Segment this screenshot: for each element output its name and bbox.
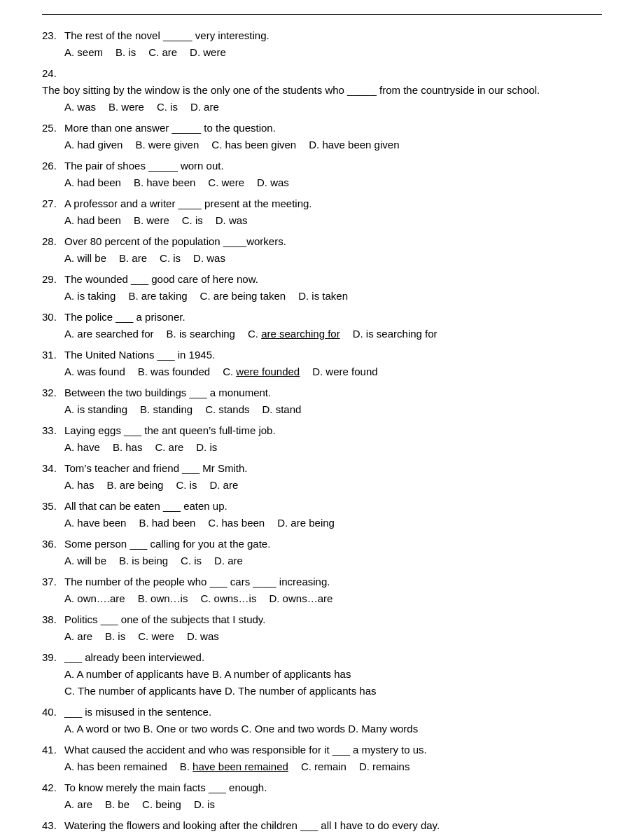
question-text: Politics ___ one of the subjects that I … [64,611,602,628]
option-item-2: C. owns…is [200,590,256,607]
option-item-0: A. have [64,439,100,456]
option-item-3: D. is [196,439,217,456]
option-item-3: D. remains [359,758,410,775]
option-item-0: A. are [64,628,92,645]
options-line: A. seemB. isC. areD. were [42,44,602,61]
question-block-16: 38.Politics ___ one of the subjects that… [42,611,602,645]
option-item-0: A. own….are [64,590,125,607]
option-item-3: D. was [257,174,289,191]
options-line: A. was foundB. was foundedC. were founde… [42,363,602,380]
question-line: 25.More than one answer _____ to the que… [42,120,602,137]
options-line: A. will beB. areC. isD. was [42,250,602,267]
question-line: 42.To know merely the main facts ___ eno… [42,779,602,796]
question-number: 23. [42,27,64,44]
option-item-2: C. stands [205,401,249,418]
question-line: 38.Politics ___ one of the subjects that… [42,611,602,628]
option-item-2: C. is [181,552,202,569]
option-item-3: D. is [194,796,215,813]
option-item-2: C. is [160,250,181,267]
question-line: 28.Over 80 percent of the population ___… [42,233,602,250]
option-item-3: D. was [187,628,219,645]
option-item-0: A. seem [64,44,103,61]
question-number: 24. [42,65,64,82]
question-line: 39.___ already been interviewed. [42,649,602,666]
question-block-10: 32.Between the two buildings ___ a monum… [42,384,602,418]
question-number: 32. [42,384,64,401]
option-item-0: A. have been [64,515,126,531]
question-text: To know merely the main facts ___ enough… [64,779,602,796]
question-text: All that can be eaten ___ eaten up. [64,498,602,515]
option-item-1: B. have been [134,174,195,191]
question-number: 34. [42,460,64,477]
options-line: A. haveB. hasC. areD. is [42,439,602,456]
option-item-1: B. is searching [167,326,235,342]
question-text: ___ is misused in the sentence. [64,704,602,721]
question-block-9: 31.The United Nations ___ in 1945.A. was… [42,347,602,380]
question-number: 40. [42,704,64,721]
option-item-1: B. are [119,250,147,267]
question-block-20: 42.To know merely the main facts ___ eno… [42,779,602,813]
question-text: The United Nations ___ in 1945. [64,347,602,363]
option-item-3: D. were found [312,363,377,380]
question-block-15: 37.The number of the people who ___ cars… [42,574,602,607]
question-number: 35. [42,498,64,515]
question-number: 39. [42,649,64,666]
question-text: Some person ___ calling for you at the g… [64,536,602,552]
question-number: 25. [42,120,64,137]
question-text: The wounded ___ good care of here now. [64,271,602,288]
question-block-11: 33.Laying eggs ___ the ant queen’s full-… [42,422,602,456]
question-text: The number of the people who ___ cars __… [64,574,602,590]
options-line: A. hasB. are beingC. isD. are [42,477,602,494]
question-block-8: 30.The police ___ a prisoner.A. are sear… [42,309,602,342]
options-wide-line: A. A word or two B. One or two words C. … [42,721,602,737]
question-text: More than one answer _____ to the questi… [64,120,602,137]
options-line: A. had beenB. wereC. isD. was [42,212,602,229]
question-line: 35.All that can be eaten ___ eaten up. [42,498,602,515]
question-line: 27.A professor and a writer ____ present… [42,195,602,212]
option-item-1: B. be [105,796,130,813]
options-line: A. is standingB. standingC. standsD. sta… [42,401,602,418]
question-text: What caused the accident and who was res… [64,742,602,758]
option-item-1: B. have been remained [180,758,288,775]
question-block-2: 24.The boy sitting by the window is the … [42,65,602,116]
question-line: 29.The wounded ___ good care of here now… [42,271,602,288]
question-text: Tom’s teacher and friend ___ Mr Smith. [64,460,602,477]
question-line: 43.Watering the flowers and looking afte… [42,817,602,834]
question-block-3: 25.More than one answer _____ to the que… [42,120,602,153]
option-item-3: D. are [209,477,238,494]
questions-container: 23.The rest of the novel _____ very inte… [42,27,602,834]
option-item-2: C. remain [301,758,346,775]
option-item-3: D. are [190,99,219,116]
option-item-1: B. own…is [138,590,188,607]
question-block-6: 28.Over 80 percent of the population ___… [42,233,602,267]
question-number: 28. [42,233,64,250]
option-item-0: A. is standing [64,401,127,418]
question-text: The rest of the novel _____ very interes… [64,27,602,44]
option-item-3: D. are being [277,515,335,531]
option-item-0: A. was found [64,363,125,380]
question-text: Between the two buildings ___ a monument… [64,384,602,401]
question-line: 32.Between the two buildings ___ a monum… [42,384,602,401]
option-item-1: B. were [108,99,144,116]
option-item-1: B. are taking [128,288,187,305]
question-number: 41. [42,742,64,758]
option-item-3: D. were [190,44,226,61]
question-text: The police ___ a prisoner. [64,309,602,326]
option-item-2: C. is [176,477,197,494]
option-item-0: A. had given [64,137,122,153]
question-block-5: 27.A professor and a writer ____ present… [42,195,602,229]
option-wide-row-0: A. A word or two B. One or two words C. … [64,721,602,737]
options-line: A. had beenB. have beenC. wereD. was [42,174,602,191]
option-item-1: B. were [134,212,169,229]
option-item-3: D. was [193,250,225,267]
options-line: A. own….areB. own…isC. owns…isD. owns…ar… [42,590,602,607]
options-line: A. wasB. wereC. isD. are [42,99,602,116]
option-item-2: C. has been given [211,137,296,153]
option-item-2: C. being [142,796,181,813]
option-item-0: A. are searched for [64,326,154,342]
question-block-18: 40.___ is misused in the sentence.A. A w… [42,704,602,737]
option-item-2: C. are [155,439,183,456]
question-text: Laying eggs ___ the ant queen’s full-tim… [64,422,602,439]
question-line: 30.The police ___ a prisoner. [42,309,602,326]
question-block-12: 34.Tom’s teacher and friend ___ Mr Smith… [42,460,602,494]
